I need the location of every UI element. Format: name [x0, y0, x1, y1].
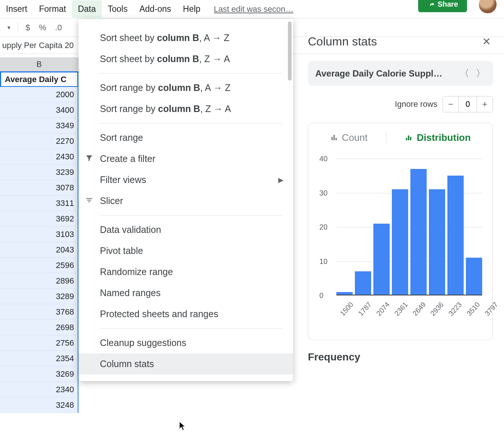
randomize-range[interactable]: Randomize range: [78, 261, 293, 282]
cell[interactable]: 3103: [0, 227, 78, 242]
svg-rect-4: [333, 135, 335, 140]
menu-help[interactable]: Help: [177, 0, 206, 18]
column-header-cell[interactable]: Average Daily C: [0, 71, 78, 87]
chevron-right-icon: ▶: [278, 176, 283, 184]
sort-range-za[interactable]: Sort range by column B, Z → A: [78, 98, 293, 119]
cell[interactable]: 2000: [0, 87, 78, 102]
cell[interactable]: 3349: [0, 118, 78, 133]
named-ranges[interactable]: Named ranges: [78, 282, 293, 304]
menu-data[interactable]: Data: [72, 0, 102, 18]
x-tick: 1787: [357, 301, 373, 318]
close-icon[interactable]: ✕: [480, 33, 493, 50]
format-decimal-button[interactable]: .0: [51, 20, 66, 35]
menu-format[interactable]: Format: [33, 0, 72, 18]
svg-rect-0: [86, 198, 93, 199]
frequency-heading: Frequency: [308, 351, 493, 363]
cell[interactable]: 3269: [0, 366, 78, 382]
histogram-bar: [392, 189, 408, 295]
distribution-icon: [405, 133, 413, 142]
next-column-button[interactable]: 〉: [476, 67, 485, 80]
cell[interactable]: 2596: [0, 258, 78, 273]
ignore-rows-input[interactable]: [458, 96, 477, 112]
svg-rect-5: [336, 138, 337, 140]
cell[interactable]: 3692: [0, 211, 78, 227]
filter-icon: [85, 153, 93, 164]
cell[interactable]: 2340: [0, 382, 78, 397]
format-currency-button[interactable]: $: [21, 20, 34, 35]
svg-rect-6: [406, 138, 407, 140]
cell[interactable]: 2043: [0, 242, 78, 258]
bar-chart-icon: [330, 133, 338, 142]
slicer[interactable]: Slicer: [78, 190, 293, 211]
menu-tools[interactable]: Tools: [102, 0, 134, 18]
histogram-bar: [355, 271, 371, 295]
slicer-icon: [85, 196, 93, 206]
ignore-rows-stepper: − +: [443, 96, 493, 112]
format-percent-button[interactable]: %: [34, 20, 51, 35]
x-tick: 3510: [465, 301, 482, 318]
column-stats-panel: Column stats ✕ Average Daily Calorie Sup…: [300, 26, 500, 363]
stepper-plus[interactable]: +: [477, 96, 493, 112]
spreadsheet-column: B Average Daily C 2000340033492270243032…: [0, 57, 78, 413]
share-label: Share: [437, 0, 458, 9]
filter-views[interactable]: Filter views ▶: [78, 169, 293, 190]
x-tick: 1500: [339, 301, 355, 318]
cell[interactable]: 2698: [0, 320, 78, 335]
cell[interactable]: 3311: [0, 196, 78, 211]
pivot-table[interactable]: Pivot table: [78, 240, 293, 261]
y-tick: 10: [319, 257, 327, 265]
protected-sheets[interactable]: Protected sheets and ranges: [78, 304, 293, 325]
cell[interactable]: 2430: [0, 149, 78, 165]
svg-rect-2: [88, 201, 90, 202]
sort-sheet-az[interactable]: Sort sheet by column B, A → Z: [78, 27, 293, 48]
cell[interactable]: 2354: [0, 351, 78, 366]
cleanup-suggestions[interactable]: Cleanup suggestions: [78, 332, 293, 353]
ignore-rows-label: Ignore rows: [395, 99, 437, 109]
chart-card: Count Distribution 010203040 15001787207…: [308, 123, 493, 340]
x-tick: 2361: [393, 301, 410, 318]
column-stats[interactable]: Column stats: [78, 353, 293, 374]
avatar[interactable]: [479, 0, 497, 13]
cell[interactable]: 3248: [0, 397, 78, 413]
cell[interactable]: 3239: [0, 165, 78, 180]
y-tick: 0: [319, 291, 323, 300]
svg-rect-1: [87, 200, 91, 200]
y-tick: 40: [319, 155, 327, 163]
column-chooser: Average Daily Calorie Suppl… 〈 〉: [308, 61, 493, 86]
tab-distribution[interactable]: Distribution: [405, 132, 471, 143]
sort-range-az[interactable]: Sort range by column B, A → Z: [78, 77, 293, 98]
cell[interactable]: 3768: [0, 304, 78, 320]
cell[interactable]: 3400: [0, 102, 78, 118]
stepper-minus[interactable]: −: [443, 96, 458, 112]
histogram-bar: [373, 224, 390, 295]
sort-sheet-za[interactable]: Sort sheet by column B, Z → A: [78, 48, 293, 69]
menu-addons[interactable]: Add-ons: [134, 0, 177, 18]
cell[interactable]: 3289: [0, 289, 78, 304]
data-menu-dropdown: Sort sheet by column B, A → Z Sort sheet…: [78, 19, 293, 381]
menu-insert[interactable]: Insert: [0, 0, 33, 18]
cell[interactable]: 3078: [0, 180, 78, 196]
histogram-bar: [466, 258, 482, 295]
x-tick: 4000: [501, 301, 504, 318]
y-tick: 20: [319, 223, 327, 231]
cell[interactable]: 2270: [0, 133, 78, 149]
tab-count[interactable]: Count: [330, 132, 367, 143]
x-tick: 2936: [429, 301, 446, 318]
cell[interactable]: 2896: [0, 273, 78, 289]
cell[interactable]: 2756: [0, 335, 78, 351]
last-edit-link[interactable]: Last edit was secon…: [214, 4, 293, 14]
histogram-bar: [447, 176, 464, 295]
sort-range[interactable]: Sort range: [78, 127, 293, 148]
svg-rect-7: [408, 136, 410, 140]
x-tick: 2074: [375, 301, 392, 318]
share-button[interactable]: Share: [418, 0, 467, 12]
x-tick: 3797: [483, 301, 500, 318]
column-letter-header[interactable]: B: [0, 57, 78, 71]
distribution-chart: 010203040 150017872074236126492936322335…: [315, 155, 486, 329]
prev-column-button[interactable]: 〈: [460, 67, 469, 80]
menu-bar: Insert Format Data Tools Add-ons Help La…: [0, 0, 504, 18]
histogram-bar: [429, 189, 445, 295]
create-filter[interactable]: Create a filter: [78, 148, 293, 169]
data-validation[interactable]: Data validation: [78, 219, 293, 240]
toolbar-more-dropdown[interactable]: ▾: [3, 21, 15, 34]
